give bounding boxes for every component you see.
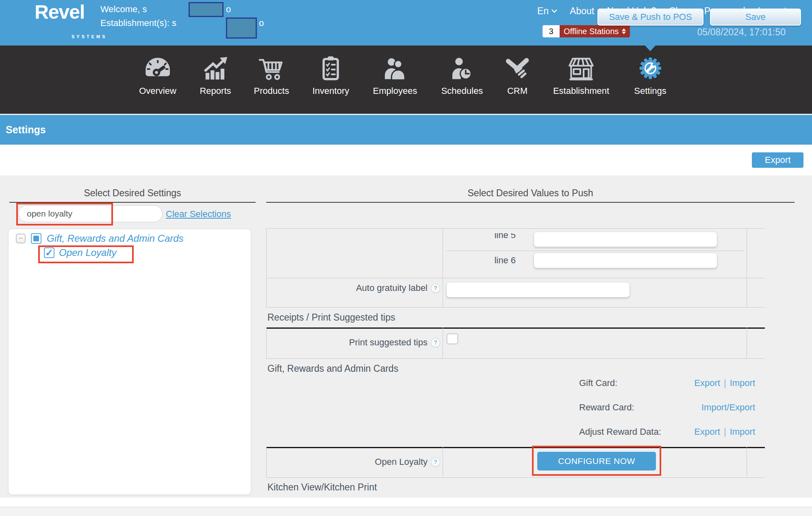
link-separator: | (724, 427, 726, 437)
divider (747, 327, 747, 358)
clear-selections-link[interactable]: Clear Selections (166, 209, 231, 219)
nav-item-establishment[interactable]: Establishment (553, 52, 609, 96)
section-divider (266, 327, 765, 329)
language-dropdown[interactable]: En (537, 6, 557, 17)
divider (266, 202, 795, 203)
receipts-section-header: Receipts / Print Suggested tips (267, 312, 395, 323)
nav-item-label: Settings (634, 86, 667, 96)
gift-card-label: Gift Card: (579, 378, 617, 388)
adjust-reward-row: Adjust Reward Data: Export | Import (579, 426, 755, 438)
nav-item-label: Schedules (441, 86, 483, 96)
nav-item-schedules[interactable]: Schedules (441, 52, 483, 96)
datetime-text: 05/08/2024, 17:01:50 (697, 27, 786, 38)
adjust-reward-export-link[interactable]: Export (694, 427, 720, 437)
person-clock-icon (447, 52, 477, 82)
reward-card-row: Reward Card: Import/Export (579, 401, 755, 414)
save-push-pos-button[interactable]: Save & Push to POS (597, 9, 703, 26)
print-tips-label-group: Print suggested tips ? (266, 337, 440, 348)
divider (446, 251, 744, 251)
indeterminate-mark (33, 236, 39, 241)
divider (747, 228, 747, 307)
nav-item-label: Reports (200, 86, 231, 96)
open-loyalty-label-group: Open Loyalty ? (266, 457, 440, 467)
nav-item-employees[interactable]: Employees (373, 52, 417, 96)
language-label: En (537, 6, 549, 17)
auto-gratuity-label-group: Auto gratuity label ? (266, 283, 440, 293)
help-icon[interactable]: ? (431, 457, 440, 467)
shopping-cart-icon (256, 52, 287, 82)
export-button[interactable]: Export (752, 152, 803, 168)
divider (266, 228, 267, 307)
settings-content: Select Desired Settings Clear Selections… (0, 176, 812, 498)
storefront-icon (566, 52, 596, 82)
divider (443, 228, 443, 307)
gear-wrench-icon (635, 52, 665, 82)
tree-item-gift-rewards: − Gift, Rewards and Admin Cards (16, 233, 184, 244)
divider (266, 228, 765, 229)
redaction-box (226, 17, 257, 39)
line6-label: line 6 (447, 255, 516, 266)
people-icon (380, 52, 410, 82)
nav-item-label: Establishment (553, 86, 609, 96)
nav-item-inventory[interactable]: Inventory (313, 52, 350, 96)
divider (266, 278, 765, 278)
save-button[interactable]: Save (710, 9, 801, 26)
help-icon[interactable]: ? (431, 338, 440, 347)
gift-section-header: Gift, Rewards and Admin Cards (267, 363, 398, 374)
line6-input[interactable] (534, 253, 717, 268)
gauge-icon (143, 52, 173, 82)
sort-arrows-icon (622, 28, 626, 34)
nav-item-label: Employees (373, 86, 417, 96)
line5-input[interactable] (534, 232, 717, 247)
bottom-strip (0, 507, 812, 516)
clipboard-checklist-icon (317, 52, 344, 82)
welcome-text-suffix: o (226, 4, 231, 15)
configure-now-button[interactable]: CONFIGURE NOW (537, 452, 656, 470)
divider (9, 202, 256, 203)
divider (266, 477, 765, 478)
nav-item-settings[interactable]: Settings (634, 52, 667, 96)
gift-rewards-checkbox[interactable] (31, 233, 41, 244)
help-icon[interactable]: ? (431, 284, 440, 293)
tree-item-open-loyalty: ✓ Open Loyalty (44, 247, 116, 258)
establishment-text: Establishment(s): s (100, 18, 176, 28)
divider (443, 327, 443, 358)
chevron-down-icon (551, 9, 557, 13)
divider (747, 447, 747, 477)
left-panel-heading: Select Desired Settings (9, 188, 256, 199)
tree-item-label[interactable]: Gift, Rewards and Admin Cards (47, 233, 184, 244)
open-loyalty-checkbox[interactable]: ✓ (44, 247, 54, 258)
reward-card-import-export-link[interactable]: Import/Export (701, 402, 755, 413)
kitchen-section-header: Kitchen View/Kitchen Print (267, 482, 377, 493)
offline-stations-badge[interactable]: 3 Offline Stations (543, 25, 630, 37)
about-link[interactable]: About (570, 6, 594, 17)
page-title: Settings (6, 115, 46, 145)
settings-tree-panel: − Gift, Rewards and Admin Cards ✓ Open L… (8, 229, 251, 495)
nav-item-crm[interactable]: CRM (502, 52, 532, 96)
print-tips-label: Print suggested tips (349, 337, 428, 348)
gift-card-export-link[interactable]: Export (694, 378, 720, 388)
nav-item-label: Overview (139, 86, 176, 96)
print-tips-checkbox[interactable] (446, 333, 458, 345)
nav-item-products[interactable]: Products (254, 52, 289, 96)
adjust-reward-import-link[interactable]: Import (730, 427, 755, 437)
page: Revel SYSTEMS Welcome, s o Establishment… (0, 0, 812, 516)
offline-label: Offline Stations (564, 27, 619, 36)
nav-item-reports[interactable]: Reports (200, 52, 231, 96)
gift-card-import-link[interactable]: Import (730, 378, 755, 388)
gift-card-row: Gift Card: Export | Import (579, 377, 755, 389)
collapse-icon[interactable]: − (16, 234, 26, 243)
settings-toolbar: Settings (0, 114, 812, 145)
handshake-icon (502, 52, 532, 82)
adjust-reward-label: Adjust Reward Data: (579, 427, 661, 437)
revel-logo[interactable]: Revel (35, 1, 85, 23)
offline-count: 3 (543, 25, 560, 37)
revel-logo-subtitle: SYSTEMS (72, 34, 107, 39)
auto-gratuity-input[interactable] (446, 282, 630, 297)
auto-gratuity-label: Auto gratuity label (356, 283, 428, 293)
nav-item-overview[interactable]: Overview (139, 52, 176, 96)
settings-search-input[interactable] (18, 205, 163, 222)
open-loyalty-label: Open Loyalty (375, 457, 428, 467)
tree-item-label[interactable]: Open Loyalty (59, 247, 116, 258)
divider (443, 447, 443, 477)
